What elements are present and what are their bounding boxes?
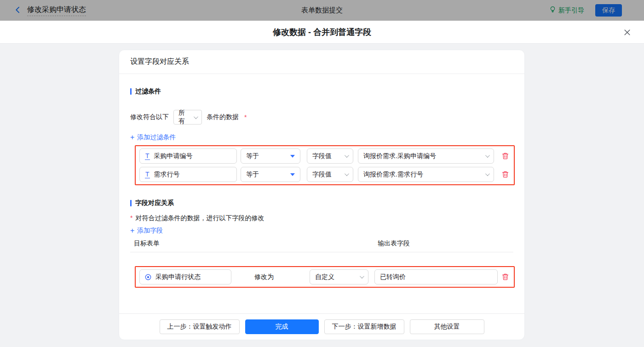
card-footer: 上一步：设置触发动作 完成 下一步：设置新增数据 其他设置 (119, 313, 524, 340)
plus-icon: + (130, 134, 134, 141)
chevron-down-icon (345, 171, 349, 176)
filter-condition-row: T 需求行号 等于 字段值 询报价需求.需求行号 (139, 167, 510, 182)
text-field-icon: T (145, 171, 150, 178)
filter-value-select[interactable]: 询报价需求.采购申请编号 (358, 148, 494, 164)
filter-section-label: 过滤条件 (135, 87, 161, 96)
add-filter-condition-link[interactable]: + 添加过滤条件 (130, 133, 176, 142)
modal-header: 修改数据 - 合并到普通字段 (0, 21, 644, 44)
plus-icon: + (130, 227, 134, 234)
required-asterisk: * (244, 114, 247, 121)
trash-icon (501, 152, 509, 160)
mapping-mode-value: 自定义 (315, 273, 334, 281)
done-button[interactable]: 完成 (245, 319, 319, 334)
filter-operator-select[interactable]: 等于 (241, 148, 300, 164)
delete-condition-button[interactable] (500, 151, 510, 161)
prev-step-button[interactable]: 上一步：设置触发动作 (160, 319, 240, 334)
mapping-field-input[interactable]: 采购申请行状态 (139, 269, 231, 284)
topbar: 修改采购申请状态 表单数据提交 新手引导 保存 (0, 0, 644, 21)
filter-conditions-highlight-box: T 采购申请编号 等于 字段值 询报价需求.采购申请编号 (135, 145, 515, 185)
filter-condition-row: T 采购申请编号 等于 字段值 询报价需求.采购申请编号 (139, 148, 510, 164)
caret-down-icon (290, 155, 295, 158)
filter-field-input[interactable]: T 需求行号 (139, 167, 237, 182)
mapping-description-text: 对符合过滤条件的数据，进行以下字段的修改 (135, 214, 264, 222)
filter-value-type-value: 字段值 (312, 171, 332, 179)
modal-title: 修改数据 - 合并到普通字段 (273, 27, 371, 38)
match-prefix-label: 修改符合以下 (130, 113, 169, 121)
field-mapping-card: 设置字段对应关系 过滤条件 修改符合以下 所有 条件的数据 * + 添加过滤条件 (119, 50, 525, 340)
delete-mapping-button[interactable] (500, 272, 510, 282)
modify-to-label: 修改为 (254, 273, 274, 281)
chevron-down-icon (360, 274, 364, 279)
mapping-section-title: 字段对应关系 (130, 199, 513, 207)
text-field-icon: T (145, 153, 150, 160)
filter-field-value: 采购申请编号 (154, 152, 193, 160)
mapping-section-label: 字段对应关系 (135, 199, 174, 207)
chevron-down-icon (345, 153, 349, 158)
add-field-link[interactable]: + 添加字段 (130, 227, 163, 235)
trash-icon (501, 273, 509, 281)
column-target-form: 目标表单 (134, 239, 378, 248)
field-mapping-highlight-box: 采购申请行状态 修改为 自定义 已转询价 (135, 266, 515, 288)
filter-value-value: 询报价需求.需求行号 (363, 171, 423, 179)
close-icon[interactable] (622, 27, 632, 37)
filter-value-type-select[interactable]: 字段值 (307, 167, 353, 182)
trash-icon (501, 171, 509, 178)
filter-operator-value: 等于 (246, 171, 259, 179)
field-mapping-row: 采购申请行状态 修改为 自定义 已转询价 (139, 269, 510, 284)
next-step-button[interactable]: 下一步：设置新增数据 (324, 319, 404, 334)
card-body: 过滤条件 修改符合以下 所有 条件的数据 * + 添加过滤条件 (119, 74, 524, 313)
radio-field-icon (145, 274, 151, 280)
match-mode-select[interactable]: 所有 (173, 110, 202, 125)
caret-down-icon (290, 173, 295, 176)
filter-field-input[interactable]: T 采购申请编号 (139, 148, 237, 164)
add-field-label: 添加字段 (137, 227, 163, 235)
filter-value-value: 询报价需求.采购申请编号 (363, 152, 436, 160)
filter-value-type-value: 字段值 (312, 152, 332, 160)
filter-field-value: 需求行号 (154, 171, 180, 179)
mapping-mode-select[interactable]: 自定义 (310, 269, 368, 284)
filter-value-type-select[interactable]: 字段值 (307, 148, 353, 164)
card-header: 设置字段对应关系 (119, 50, 524, 74)
mapping-value-text: 已转询价 (380, 273, 406, 281)
delete-condition-button[interactable] (500, 170, 510, 180)
other-settings-button[interactable]: 其他设置 (410, 319, 484, 334)
add-filter-condition-label: 添加过滤条件 (137, 133, 176, 142)
filter-operator-value: 等于 (246, 152, 259, 160)
filter-section-title: 过滤条件 (130, 87, 513, 96)
chevron-down-icon (485, 153, 490, 158)
modal-dim-overlay (0, 0, 644, 21)
mapping-column-headers: 目标表单 输出表字段 (130, 239, 513, 252)
edit-data-modal: 修改数据 - 合并到普通字段 设置字段对应关系 过滤条件 修改符合以下 所有 条… (0, 21, 644, 347)
column-output-field: 输出表字段 (378, 239, 410, 248)
chevron-down-icon (194, 114, 198, 119)
match-mode-value: 所有 (178, 109, 190, 125)
mapping-value-input[interactable]: 已转询价 (374, 269, 498, 284)
filter-operator-select[interactable]: 等于 (241, 167, 300, 182)
filter-value-select[interactable]: 询报价需求.需求行号 (358, 167, 494, 182)
match-suffix-label: 条件的数据 (207, 113, 239, 121)
chevron-down-icon (485, 171, 490, 176)
required-asterisk: * (130, 214, 132, 222)
match-condition-row: 修改符合以下 所有 条件的数据 * (130, 110, 513, 125)
section-marker (130, 88, 132, 95)
mapping-description: * 对符合过滤条件的数据，进行以下字段的修改 (130, 214, 513, 222)
mapping-field-value: 采购申请行状态 (155, 273, 201, 281)
section-marker (130, 200, 132, 206)
